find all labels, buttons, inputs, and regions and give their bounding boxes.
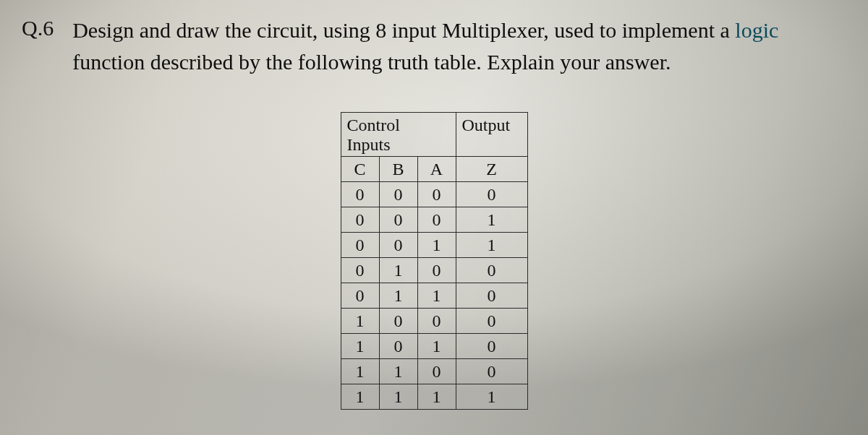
- cell-B: 0: [379, 233, 417, 258]
- cell-Z: 0: [456, 182, 527, 207]
- col-header-C: C: [341, 157, 379, 182]
- col-header-Z: Z: [456, 157, 527, 182]
- header-control-text: Control: [347, 116, 451, 135]
- truth-table-wrap: Control Inputs Output C B A Z 0 0 0 0 0 …: [22, 112, 846, 410]
- cell-A: 0: [417, 207, 456, 233]
- cell-Z: 0: [456, 359, 527, 384]
- col-header-B: B: [379, 157, 417, 182]
- cell-C: 0: [341, 258, 379, 283]
- cell-Z: 0: [456, 283, 527, 309]
- cell-Z: 0: [456, 334, 527, 359]
- cell-A: 1: [417, 334, 456, 359]
- table-row: 0 0 0 0: [341, 182, 527, 207]
- question-label: Q.6: [22, 14, 54, 40]
- table-row: 1 1 0 0: [341, 359, 527, 384]
- cell-Z: 1: [456, 207, 527, 233]
- cell-Z: 0: [456, 309, 527, 334]
- cell-B: 0: [379, 309, 417, 334]
- cell-C: 1: [341, 309, 379, 334]
- cell-B: 0: [379, 182, 417, 207]
- question-text-part1: Design and draw the circuit, using 8 inp…: [72, 18, 735, 42]
- question-text: Design and draw the circuit, using 8 inp…: [72, 14, 778, 77]
- table-row: 0 1 0 0: [341, 258, 527, 283]
- table-row: 1 1 1 1: [341, 384, 527, 410]
- cell-Z: 1: [456, 384, 527, 410]
- header-inputs-text: Inputs: [347, 135, 451, 155]
- cell-A: 0: [417, 309, 456, 334]
- col-header-A: A: [417, 157, 456, 182]
- cell-B: 1: [379, 283, 417, 309]
- table-header-row-2: C B A Z: [341, 157, 527, 182]
- table-header-row-1: Control Inputs Output: [341, 113, 527, 157]
- cell-B: 0: [379, 207, 417, 233]
- cell-A: 1: [417, 283, 456, 309]
- cell-C: 1: [341, 359, 379, 384]
- cell-C: 0: [341, 233, 379, 258]
- cell-C: 1: [341, 334, 379, 359]
- header-output: Output: [456, 113, 527, 157]
- cell-Z: 0: [456, 258, 527, 283]
- cell-A: 0: [417, 359, 456, 384]
- cell-C: 1: [341, 384, 379, 410]
- truth-table: Control Inputs Output C B A Z 0 0 0 0 0 …: [341, 112, 528, 410]
- table-row: 1 0 0 0: [341, 309, 527, 334]
- table-row: 0 0 1 1: [341, 233, 527, 258]
- cell-Z: 1: [456, 233, 527, 258]
- question-text-part2: function described by the following trut…: [72, 50, 671, 74]
- question-row: Q.6 Design and draw the circuit, using 8…: [22, 14, 846, 77]
- cell-C: 0: [341, 283, 379, 309]
- cell-A: 1: [417, 384, 456, 410]
- cell-B: 1: [379, 258, 417, 283]
- cell-A: 0: [417, 182, 456, 207]
- cell-C: 0: [341, 182, 379, 207]
- table-row: 1 0 1 0: [341, 334, 527, 359]
- cell-C: 0: [341, 207, 379, 233]
- cell-B: 0: [379, 334, 417, 359]
- header-control-inputs: Control Inputs: [341, 113, 456, 157]
- table-row: 0 0 0 1: [341, 207, 527, 233]
- table-row: 0 1 1 0: [341, 283, 527, 309]
- cell-A: 0: [417, 258, 456, 283]
- cell-B: 1: [379, 384, 417, 410]
- cell-A: 1: [417, 233, 456, 258]
- cell-B: 1: [379, 359, 417, 384]
- question-text-logic: logic: [735, 18, 778, 42]
